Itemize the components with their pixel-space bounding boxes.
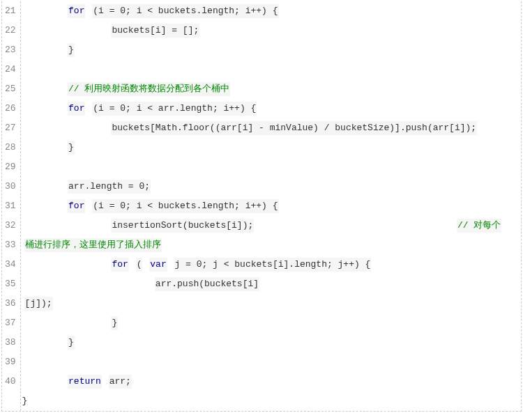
code-line: 桶进行排序，这里使用了插入排序 [22,235,521,255]
line-number: 23 [5,40,16,60]
code-line: } [22,313,521,333]
comment-tail: // 对每个 [457,219,501,233]
return-val: arr; [109,375,132,389]
code-line: return arr; [22,372,521,391]
line-number-gutter: 2122232425262728293031323334353637383940 [2,1,21,411]
code-body: for (i = 0; i < buckets.length; i++) { b… [21,1,521,411]
code-line [22,352,521,372]
stmt: insertionSort(buckets[i]); [111,219,254,233]
code-line: for (i = 0; i < arr.length; i++) { [22,99,521,118]
code-line: for (i = 0; i < buckets.length; i++) { [22,1,521,21]
line-number: 39 [5,352,16,372]
keyword-for: for [68,102,85,116]
line-number-blank [5,391,16,411]
line-number: 40 [5,372,16,391]
expr: (i = 0; i < arr.length; i++) { [92,102,257,116]
stmt: arr.push(buckets[i] [155,277,259,291]
line-number: 24 [5,60,16,79]
code-line: } [22,333,521,352]
line-number: 21 [5,1,16,21]
code-line: } [22,391,521,411]
comment: // 利用映射函数将数据分配到各个桶中 [68,82,230,96]
keyword-for: for [68,4,85,18]
keyword-return: return [68,375,102,389]
code-line: // 利用映射函数将数据分配到各个桶中 [22,79,521,99]
comment-cont: 桶进行排序，这里使用了插入排序 [24,238,162,252]
paren: ( [136,258,143,272]
code-line [22,157,521,177]
line-number: 27 [5,118,16,138]
line-number: 26 [5,99,16,118]
brace: } [22,396,28,406]
keyword-for: for [111,258,128,272]
code-line: for ( var j = 0; j < buckets[i].length; … [22,255,521,274]
line-number: 25 [5,79,16,99]
expr: (i = 0; i < buckets.length; i++) { [92,199,278,213]
expr: j = 0; j < buckets[i].length; j++) { [174,258,372,272]
line-number: 35 [5,274,16,294]
line-number: 30 [5,177,16,196]
code-line: buckets[Math.floor((arr[i] - minValue) /… [22,118,521,138]
code-line: [j]); [22,294,521,313]
line-number: 37 [5,313,16,333]
code-line: arr.length = 0; [22,177,521,196]
line-number: 38 [5,333,16,352]
brace: } [68,336,75,350]
line-number: 34 [5,255,16,274]
code-line: } [22,138,521,157]
line-number: 28 [5,138,16,157]
code-line: buckets[i] = []; [22,21,521,40]
brace: } [68,141,75,155]
expr: (i = 0; i < buckets.length; i++) { [92,4,278,18]
brace: } [111,316,118,330]
code-line [22,60,521,79]
stmt: buckets[i] = []; [111,24,199,38]
line-number: 31 [5,196,16,216]
code-line: arr.push(buckets[i] [22,274,521,294]
code-line: insertionSort(buckets[i]); // 对每个 [22,216,521,235]
line-number: 22 [5,21,16,40]
code-line: } [22,40,521,60]
code-line: for (i = 0; i < buckets.length; i++) { [22,196,521,216]
keyword-for: for [68,199,85,213]
stmt: buckets[Math.floor((arr[i] - minValue) /… [111,121,477,135]
line-number: 33 [5,235,16,255]
line-number: 32 [5,216,16,235]
code-block: 2122232425262728293031323334353637383940… [1,1,522,412]
brace: } [68,43,75,57]
line-number: 36 [5,294,16,313]
stmt: arr.length = 0; [68,180,151,194]
keyword-var: var [149,258,167,272]
stmt-cont: [j]); [24,297,53,311]
line-number: 29 [5,157,16,177]
